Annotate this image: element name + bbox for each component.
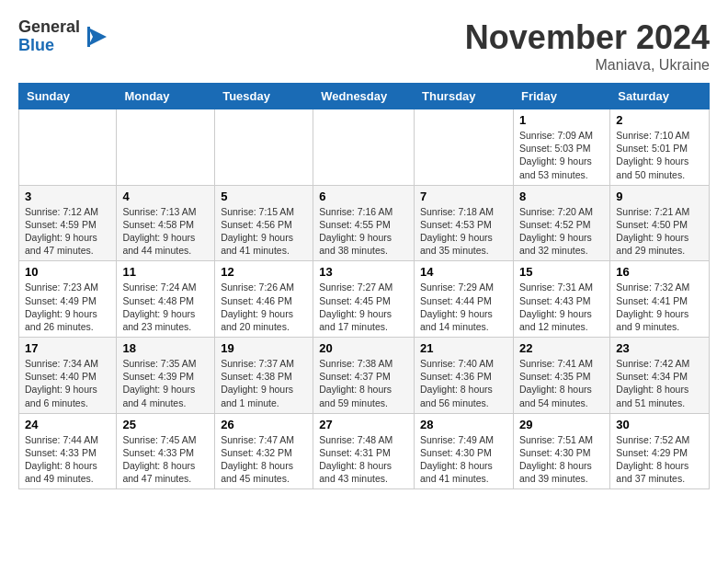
calendar-week-row: 24Sunrise: 7:44 AM Sunset: 4:33 PM Dayli… bbox=[19, 413, 710, 489]
day-info: Sunrise: 7:10 AM Sunset: 5:01 PM Dayligh… bbox=[616, 129, 703, 181]
calendar-cell: 25Sunrise: 7:45 AM Sunset: 4:33 PM Dayli… bbox=[117, 413, 215, 489]
calendar-day-header: Saturday bbox=[610, 84, 710, 109]
day-number: 9 bbox=[616, 190, 703, 203]
title-block: November 2024 Maniava, Ukraine bbox=[465, 18, 710, 74]
calendar-cell bbox=[215, 109, 313, 186]
day-info: Sunrise: 7:18 AM Sunset: 4:53 PM Dayligh… bbox=[420, 205, 507, 258]
day-number: 30 bbox=[616, 418, 703, 431]
calendar-cell: 6Sunrise: 7:16 AM Sunset: 4:55 PM Daylig… bbox=[313, 185, 415, 261]
day-number: 13 bbox=[319, 265, 408, 279]
calendar-header-row: SundayMondayTuesdayWednesdayThursdayFrid… bbox=[19, 84, 710, 109]
day-number: 14 bbox=[420, 265, 507, 279]
calendar-day-header: Friday bbox=[513, 84, 609, 109]
svg-rect-1 bbox=[87, 27, 90, 47]
calendar-week-row: 10Sunrise: 7:23 AM Sunset: 4:49 PM Dayli… bbox=[19, 261, 710, 338]
day-number: 18 bbox=[122, 341, 209, 355]
calendar-cell: 27Sunrise: 7:48 AM Sunset: 4:31 PM Dayli… bbox=[313, 413, 415, 489]
calendar-cell: 26Sunrise: 7:47 AM Sunset: 4:32 PM Dayli… bbox=[215, 413, 313, 489]
day-info: Sunrise: 7:49 AM Sunset: 4:30 PM Dayligh… bbox=[420, 433, 507, 486]
day-number: 25 bbox=[122, 418, 209, 431]
calendar-cell: 18Sunrise: 7:35 AM Sunset: 4:39 PM Dayli… bbox=[117, 338, 215, 414]
day-info: Sunrise: 7:24 AM Sunset: 4:48 PM Dayligh… bbox=[122, 281, 209, 333]
calendar-day-header: Thursday bbox=[415, 84, 514, 109]
day-number: 27 bbox=[319, 418, 408, 431]
calendar-cell: 4Sunrise: 7:13 AM Sunset: 4:58 PM Daylig… bbox=[117, 185, 215, 261]
calendar-day-header: Sunday bbox=[19, 84, 117, 109]
day-info: Sunrise: 7:41 AM Sunset: 4:35 PM Dayligh… bbox=[519, 357, 604, 409]
day-number: 5 bbox=[221, 190, 307, 203]
day-number: 15 bbox=[519, 265, 604, 279]
calendar-cell: 7Sunrise: 7:18 AM Sunset: 4:53 PM Daylig… bbox=[415, 185, 514, 261]
day-number: 20 bbox=[319, 341, 408, 355]
day-number: 10 bbox=[25, 265, 110, 279]
day-info: Sunrise: 7:32 AM Sunset: 4:41 PM Dayligh… bbox=[616, 281, 703, 333]
calendar-cell: 11Sunrise: 7:24 AM Sunset: 4:48 PM Dayli… bbox=[117, 261, 215, 338]
day-info: Sunrise: 7:20 AM Sunset: 4:52 PM Dayligh… bbox=[519, 205, 604, 258]
calendar-cell: 21Sunrise: 7:40 AM Sunset: 4:36 PM Dayli… bbox=[415, 338, 514, 414]
day-info: Sunrise: 7:38 AM Sunset: 4:37 PM Dayligh… bbox=[319, 357, 408, 409]
day-number: 21 bbox=[420, 341, 507, 355]
day-info: Sunrise: 7:12 AM Sunset: 4:59 PM Dayligh… bbox=[25, 205, 110, 258]
day-info: Sunrise: 7:34 AM Sunset: 4:40 PM Dayligh… bbox=[25, 357, 110, 409]
calendar-cell: 8Sunrise: 7:20 AM Sunset: 4:52 PM Daylig… bbox=[513, 185, 609, 261]
day-number: 8 bbox=[519, 190, 604, 203]
calendar-cell: 15Sunrise: 7:31 AM Sunset: 4:43 PM Dayli… bbox=[513, 261, 609, 338]
day-number: 1 bbox=[519, 113, 604, 127]
calendar-cell: 9Sunrise: 7:21 AM Sunset: 4:50 PM Daylig… bbox=[610, 185, 710, 261]
day-number: 7 bbox=[420, 190, 507, 203]
calendar-cell: 1Sunrise: 7:09 AM Sunset: 5:03 PM Daylig… bbox=[513, 109, 609, 186]
calendar-cell bbox=[19, 109, 117, 186]
day-info: Sunrise: 7:13 AM Sunset: 4:58 PM Dayligh… bbox=[122, 205, 209, 258]
calendar-cell: 5Sunrise: 7:15 AM Sunset: 4:56 PM Daylig… bbox=[215, 185, 313, 261]
day-number: 2 bbox=[616, 113, 703, 127]
calendar-table: SundayMondayTuesdayWednesdayThursdayFrid… bbox=[18, 83, 710, 489]
calendar-cell: 2Sunrise: 7:10 AM Sunset: 5:01 PM Daylig… bbox=[610, 109, 710, 186]
calendar-cell: 13Sunrise: 7:27 AM Sunset: 4:45 PM Dayli… bbox=[313, 261, 415, 338]
day-info: Sunrise: 7:29 AM Sunset: 4:44 PM Dayligh… bbox=[420, 281, 507, 333]
calendar-cell: 20Sunrise: 7:38 AM Sunset: 4:37 PM Dayli… bbox=[313, 338, 415, 414]
day-number: 6 bbox=[319, 190, 408, 203]
calendar-day-header: Wednesday bbox=[313, 84, 415, 109]
logo-blue: Blue bbox=[18, 37, 80, 55]
day-info: Sunrise: 7:42 AM Sunset: 4:34 PM Dayligh… bbox=[616, 357, 703, 409]
calendar-week-row: 17Sunrise: 7:34 AM Sunset: 4:40 PM Dayli… bbox=[19, 338, 710, 414]
calendar-cell: 23Sunrise: 7:42 AM Sunset: 4:34 PM Dayli… bbox=[610, 338, 710, 414]
day-info: Sunrise: 7:27 AM Sunset: 4:45 PM Dayligh… bbox=[319, 281, 408, 333]
month-title: November 2024 bbox=[465, 18, 710, 57]
day-info: Sunrise: 7:37 AM Sunset: 4:38 PM Dayligh… bbox=[221, 357, 307, 409]
day-info: Sunrise: 7:44 AM Sunset: 4:33 PM Dayligh… bbox=[25, 433, 110, 486]
calendar-cell: 10Sunrise: 7:23 AM Sunset: 4:49 PM Dayli… bbox=[19, 261, 117, 338]
calendar-cell: 28Sunrise: 7:49 AM Sunset: 4:30 PM Dayli… bbox=[415, 413, 514, 489]
day-info: Sunrise: 7:45 AM Sunset: 4:33 PM Dayligh… bbox=[122, 433, 209, 486]
calendar-cell: 3Sunrise: 7:12 AM Sunset: 4:59 PM Daylig… bbox=[19, 185, 117, 261]
logo-icon bbox=[84, 23, 111, 51]
calendar-day-header: Tuesday bbox=[215, 84, 313, 109]
day-number: 3 bbox=[25, 190, 110, 203]
day-number: 28 bbox=[420, 418, 507, 431]
calendar-cell: 24Sunrise: 7:44 AM Sunset: 4:33 PM Dayli… bbox=[19, 413, 117, 489]
calendar-cell: 14Sunrise: 7:29 AM Sunset: 4:44 PM Dayli… bbox=[415, 261, 514, 338]
day-number: 29 bbox=[519, 418, 604, 431]
day-number: 19 bbox=[221, 341, 307, 355]
calendar-cell bbox=[117, 109, 215, 186]
calendar-cell: 19Sunrise: 7:37 AM Sunset: 4:38 PM Dayli… bbox=[215, 338, 313, 414]
day-info: Sunrise: 7:52 AM Sunset: 4:29 PM Dayligh… bbox=[616, 433, 703, 486]
location: Maniava, Ukraine bbox=[465, 57, 710, 74]
day-info: Sunrise: 7:21 AM Sunset: 4:50 PM Dayligh… bbox=[616, 205, 703, 258]
calendar-cell: 17Sunrise: 7:34 AM Sunset: 4:40 PM Dayli… bbox=[19, 338, 117, 414]
calendar-day-header: Monday bbox=[117, 84, 215, 109]
calendar-cell: 12Sunrise: 7:26 AM Sunset: 4:46 PM Dayli… bbox=[215, 261, 313, 338]
day-number: 16 bbox=[616, 265, 703, 279]
day-info: Sunrise: 7:51 AM Sunset: 4:30 PM Dayligh… bbox=[519, 433, 604, 486]
logo: General Blue bbox=[18, 18, 111, 55]
page-header: General Blue November 2024 Maniava, Ukra… bbox=[18, 18, 710, 74]
day-info: Sunrise: 7:40 AM Sunset: 4:36 PM Dayligh… bbox=[420, 357, 507, 409]
day-info: Sunrise: 7:09 AM Sunset: 5:03 PM Dayligh… bbox=[519, 129, 604, 181]
day-number: 17 bbox=[25, 341, 110, 355]
day-number: 26 bbox=[221, 418, 307, 431]
calendar-cell: 22Sunrise: 7:41 AM Sunset: 4:35 PM Dayli… bbox=[513, 338, 609, 414]
logo-general: General bbox=[18, 18, 80, 37]
day-number: 22 bbox=[519, 341, 604, 355]
day-number: 11 bbox=[122, 265, 209, 279]
calendar-cell bbox=[415, 109, 514, 186]
